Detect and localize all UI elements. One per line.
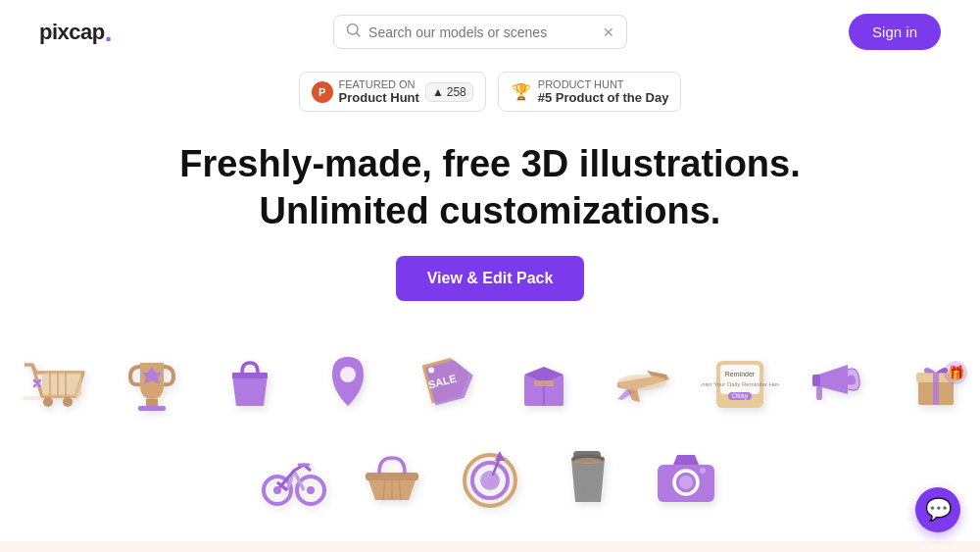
- list-item[interactable]: [598, 340, 686, 428]
- list-item[interactable]: [500, 340, 588, 428]
- list-item[interactable]: [250, 433, 338, 522]
- svg-text:Okay: Okay: [732, 392, 749, 400]
- search-input[interactable]: [368, 25, 595, 40]
- logo-dot: .: [105, 19, 112, 46]
- logo[interactable]: pixcap.: [39, 19, 112, 46]
- list-item[interactable]: [544, 433, 632, 522]
- svg-line-1: [357, 33, 360, 36]
- sign-in-button[interactable]: Sign in: [849, 14, 941, 50]
- hero-line1: Freshly-made, free 3D illustrations.: [179, 143, 801, 184]
- search-bar[interactable]: ✕: [333, 15, 627, 49]
- icons-row-2: [0, 433, 980, 522]
- chat-bubble[interactable]: 💬: [915, 487, 960, 532]
- svg-point-33: [273, 486, 281, 494]
- hero-headline: Freshly-made, free 3D illustrations. Unl…: [20, 141, 960, 234]
- chat-icon: 💬: [925, 497, 952, 523]
- upvote-arrow: ▲: [432, 85, 444, 99]
- svg-rect-24: [812, 375, 820, 386]
- list-item[interactable]: 🎁: [892, 340, 980, 428]
- list-item[interactable]: [108, 340, 196, 428]
- product-of-day-badge[interactable]: 🏆 PRODUCT HUNT #5 Product of the Day: [498, 72, 682, 112]
- svg-point-17: [617, 375, 666, 390]
- list-item[interactable]: [304, 340, 392, 428]
- badge-label-main: Product Hunt: [339, 90, 419, 105]
- svg-point-12: [340, 367, 356, 382]
- badge-label-top: FEATURED ON: [339, 78, 419, 90]
- svg-rect-9: [146, 399, 158, 407]
- svg-rect-11: [232, 373, 268, 378]
- svg-rect-28: [933, 373, 939, 405]
- svg-text:Reminder: Reminder: [725, 371, 756, 377]
- hero-line2: Unlimited customizations.: [260, 190, 721, 231]
- product-hunt-icon: P: [312, 81, 333, 103]
- badge-text: FEATURED ON Product Hunt: [339, 78, 419, 105]
- svg-text:Enter Your Daily Reminder Here: Enter Your Daily Reminder Here: [701, 381, 779, 387]
- list-item[interactable]: [446, 433, 534, 522]
- hero-section: Freshly-made, free 3D illustrations. Unl…: [0, 112, 980, 321]
- svg-point-7: [43, 397, 53, 407]
- svg-point-0: [348, 25, 359, 35]
- svg-point-49: [679, 476, 693, 489]
- list-item[interactable]: [206, 340, 294, 428]
- search-icon: [346, 23, 361, 41]
- customize-section: Customize to your needs Every 3D illustr…: [0, 541, 980, 552]
- svg-rect-16: [534, 380, 554, 386]
- logo-text: pixcap: [39, 20, 105, 45]
- badge-award-label-top: PRODUCT HUNT: [538, 78, 669, 90]
- cta-button[interactable]: View & Edit Pack: [396, 256, 585, 301]
- svg-rect-10: [138, 406, 166, 411]
- svg-point-46: [574, 458, 602, 464]
- svg-point-34: [307, 486, 315, 494]
- svg-rect-19: [720, 365, 760, 394]
- list-item[interactable]: [348, 433, 436, 522]
- list-item[interactable]: [10, 340, 98, 428]
- upvote-count: 258: [447, 85, 466, 99]
- svg-rect-3: [42, 373, 81, 396]
- badge-award-label-main: #5 Product of the Day: [538, 90, 669, 105]
- svg-point-8: [63, 397, 73, 407]
- svg-rect-25: [816, 386, 822, 400]
- svg-point-50: [700, 468, 706, 474]
- icons-row-1: SALE R: [0, 340, 980, 428]
- clear-icon[interactable]: ✕: [603, 25, 614, 40]
- svg-point-41: [480, 471, 500, 490]
- list-item[interactable]: [642, 433, 730, 522]
- header: pixcap. ✕ Sign in: [0, 0, 980, 64]
- list-item[interactable]: Reminder Enter Your Daily Reminder Here …: [696, 340, 784, 428]
- product-hunt-badge[interactable]: P FEATURED ON Product Hunt ▲ 258: [299, 72, 486, 112]
- list-item[interactable]: [794, 340, 882, 428]
- badges-section: P FEATURED ON Product Hunt ▲ 258 🏆 PRODU…: [0, 72, 980, 112]
- trophy-icon: 🏆: [511, 81, 532, 103]
- list-item[interactable]: SALE: [402, 340, 490, 428]
- badge-count: ▲ 258: [425, 82, 473, 102]
- badge-award-text: PRODUCT HUNT #5 Product of the Day: [538, 78, 669, 105]
- icons-section: SALE R: [0, 321, 980, 531]
- svg-text:🎁: 🎁: [948, 365, 965, 381]
